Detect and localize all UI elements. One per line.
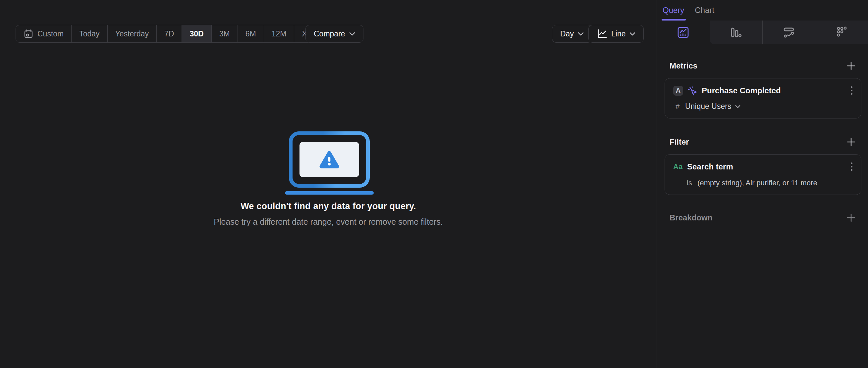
filter-operator[interactable]: Is (686, 179, 692, 187)
chart-type-button[interactable]: Line (588, 25, 644, 43)
insights-line-icon (677, 26, 690, 39)
filter-options-menu-icon[interactable] (849, 161, 855, 172)
aggregation-selector[interactable]: Unique Users (685, 102, 731, 111)
add-filter-button[interactable] (846, 137, 856, 147)
date-range-30d[interactable]: 30D (182, 25, 211, 42)
retention-dots-icon (835, 26, 848, 39)
date-range-group: Custom Today Yesterday 7D 30D 3M 6M 12M … (16, 25, 336, 43)
filter-card[interactable]: Aa Search term Is (empty string), Air pu… (664, 154, 861, 195)
chevron-down-icon (735, 105, 740, 108)
view-tab-retention[interactable] (815, 21, 868, 44)
breakdown-title: Breakdown (670, 213, 712, 223)
date-range-7d[interactable]: 7D (157, 25, 182, 42)
filter-title: Filter (670, 137, 689, 146)
add-breakdown-button[interactable] (846, 213, 856, 223)
flows-icon (782, 26, 796, 39)
laptop-base (285, 191, 374, 195)
date-range-12m[interactable]: 12M (264, 25, 294, 42)
insights-report-screen: Custom Today Yesterday 7D 30D 3M 6M 12M … (0, 0, 868, 368)
view-tab-bar-chart[interactable] (710, 21, 762, 44)
granularity-button[interactable]: Day (552, 25, 592, 43)
chevron-down-icon (349, 32, 355, 36)
date-range-yesterday[interactable]: Yesterday (108, 25, 157, 42)
tab-chart[interactable]: Chart (695, 0, 714, 21)
view-tab-flows[interactable] (762, 21, 815, 44)
empty-state-subtitle: Please try a different date range, event… (0, 217, 657, 227)
tab-query[interactable]: Query (662, 0, 684, 21)
laptop-warning-illustration (289, 131, 370, 188)
date-range-custom[interactable]: Custom (16, 25, 71, 42)
date-range-3m[interactable]: 3M (212, 25, 238, 42)
breakdown-section-header: Breakdown (657, 213, 868, 223)
chevron-down-icon (629, 32, 636, 36)
empty-state-title: We couldn't find any data for your query… (0, 201, 657, 211)
date-range-6m[interactable]: 6M (238, 25, 264, 42)
metric-series-badge: A (673, 86, 683, 96)
date-range-today[interactable]: Today (71, 25, 107, 42)
compare-button[interactable]: Compare (306, 25, 364, 43)
filter-property-name[interactable]: Search term (687, 162, 733, 171)
warning-triangle-icon (319, 150, 340, 169)
metric-options-menu-icon[interactable] (849, 85, 855, 96)
sidebar-tab-bar: Query Chart (657, 0, 868, 21)
filter-value-summary[interactable]: (empty string), Air purifier, or 11 more (698, 179, 817, 187)
chart-canvas-area: Custom Today Yesterday 7D 30D 3M 6M 12M … (0, 0, 657, 368)
chevron-down-icon (578, 32, 584, 36)
calendar-icon (24, 29, 33, 39)
string-property-icon: Aa (673, 163, 683, 171)
bar-chart-icon (729, 26, 742, 39)
query-builder-sidebar: Query Chart (657, 0, 868, 368)
chart-view-tab-bar (657, 21, 868, 44)
aggregation-symbol: # (673, 102, 682, 111)
metric-card[interactable]: A Purchase Completed # Unique Users (664, 78, 861, 119)
metrics-section-header: Metrics (657, 61, 868, 71)
line-chart-icon (597, 29, 607, 39)
view-tab-insights[interactable] (657, 21, 710, 44)
date-range-label: Custom (37, 29, 64, 38)
add-metric-button[interactable] (846, 61, 856, 71)
filter-section-header: Filter (657, 137, 868, 147)
event-click-icon (687, 86, 698, 96)
metric-event-name[interactable]: Purchase Completed (702, 86, 781, 95)
metrics-title: Metrics (670, 61, 698, 70)
